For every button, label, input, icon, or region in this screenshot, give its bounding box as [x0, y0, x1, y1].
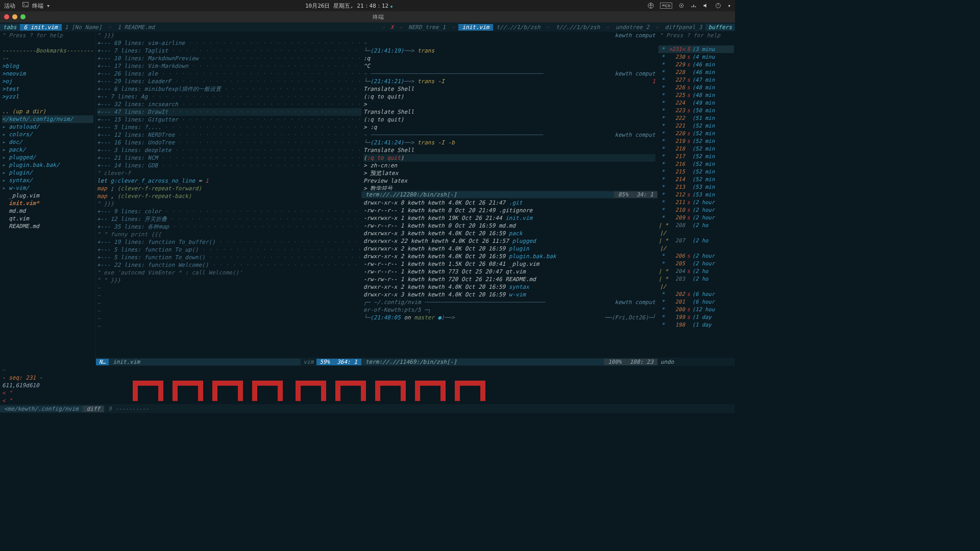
file-item[interactable]: _plug.vim [2, 192, 93, 199]
undo-row[interactable]: *211s (2 hour [658, 198, 734, 206]
fold-line[interactable]: +--- 26 lines: ale · · · · · · · · · · ·… [97, 70, 361, 78]
undo-row[interactable]: *220s (52 min [658, 130, 734, 137]
undo-row[interactable]: *226s (48 min [658, 84, 734, 91]
tab-noname[interactable]: 1 [No Name] [62, 24, 105, 31]
undo-row[interactable]: *206s (2 hour [658, 252, 734, 260]
window-controls[interactable] [4, 14, 26, 19]
fold-line[interactable]: +--- 21 lines: NCM · · · · · · · · · · ·… [97, 154, 361, 162]
fold-line[interactable]: +--- 5 lines: ?.... · · · · · · · · · · … [97, 123, 361, 131]
buf-zsh-1[interactable]: t//.//1/b/zsh [493, 24, 543, 31]
undo-row[interactable]: *214 (52 min [658, 176, 734, 183]
undo-row[interactable]: |/ [658, 283, 734, 290]
undo-row[interactable]: *219s (52 min [658, 137, 734, 145]
diff-panel[interactable]: ~ - seq: 231 - 611,619d610 < "< "< "< " [0, 366, 735, 404]
fold-line[interactable]: +--- 69 lines: vim-airline · · · · · · ·… [97, 39, 361, 47]
undo-row[interactable]: *222 (51 min [658, 114, 734, 122]
fold-line[interactable]: +--- 29 lines: LeaderF · · · · · · · · ·… [97, 78, 361, 85]
network-icon[interactable] [691, 3, 697, 9]
command-line[interactable]: <me/kewth/.config/nvim diff 9 ---------- [0, 404, 735, 413]
undo-row[interactable]: *223s (50 min [658, 107, 734, 114]
undo-row[interactable]: *210s (2 hour [658, 206, 734, 214]
buf-zsh-2[interactable]: t//.//1/b/zsh [553, 24, 603, 31]
fold-line[interactable]: +--- 35 lines: 各种map · · · · · · · · · ·… [97, 223, 361, 231]
tab-readme[interactable]: 1 README.md [114, 24, 158, 31]
undo-row[interactable]: |/ [658, 244, 734, 252]
fold-line[interactable]: +--- 3 lines: deoplete · · · · · · · · ·… [97, 146, 361, 154]
accessibility-icon[interactable] [648, 3, 654, 9]
undo-row[interactable]: | *208 (2 ho [658, 221, 734, 229]
undo-row[interactable]: *218 (52 min [658, 145, 734, 153]
bookmark-test[interactable]: >test [2, 85, 93, 93]
fold-line[interactable]: +--- 12 lines: NERDTree · · · · · · · · … [97, 131, 361, 139]
bookmark-yzzl[interactable]: >yzzl [2, 93, 93, 101]
fold-line[interactable]: +--- 16 lines: UndoTree · · · · · · · · … [97, 139, 361, 146]
undotree-pane[interactable]: " Press ? for help *>231<S (3 minu*230s … [657, 32, 735, 366]
minimize-icon[interactable] [12, 14, 17, 19]
undo-row[interactable]: *225s (48 min [658, 91, 734, 99]
dir-item[interactable]: ▸ pack/ [2, 146, 93, 154]
dir-item[interactable]: ▸ w-vim/ [2, 184, 93, 192]
file-item[interactable]: init.vim* [2, 199, 93, 207]
undo-row[interactable]: *199s (1 day [658, 313, 734, 321]
undo-row[interactable]: *201 (6 hour [658, 298, 734, 306]
close-buffer-icon[interactable]: X [388, 24, 396, 31]
power-icon[interactable] [715, 3, 721, 9]
volume-icon[interactable] [703, 3, 709, 9]
file-item[interactable]: README.md [2, 222, 93, 230]
fold-line[interactable]: +--- 5 lines: function To_up() · · · · ·… [97, 246, 361, 254]
input-method[interactable]: ⌨cn [660, 3, 672, 9]
close-icon[interactable] [4, 14, 9, 19]
undo-row[interactable]: *>231<S (3 minu [658, 45, 734, 53]
undo-row[interactable]: *213 (53 min [658, 183, 734, 191]
dir-item[interactable]: ▸ plugin.bak.bak/ [2, 161, 93, 169]
fold-line[interactable]: +--- 47 lines: DrawIt · · · · · · · · · … [97, 108, 361, 116]
undo-row[interactable]: | *203 (2 ho [658, 275, 734, 283]
dir-item[interactable]: ▸ doc/ [2, 138, 93, 146]
nerd-up-dir[interactable]: .. (up a dir) [2, 108, 93, 115]
undo-row[interactable]: *198 (1 day [658, 321, 734, 329]
undo-row[interactable]: *202s (6 hour [658, 290, 734, 298]
location-icon[interactable] [678, 3, 684, 9]
undo-row[interactable]: | *207 (2 ho [658, 237, 734, 244]
fold-line[interactable]: +--- 6 lines: minibufexpl插件的一般设置 · · · ·… [97, 85, 361, 93]
undo-row[interactable]: |/ [658, 229, 734, 237]
buf-diffpanel[interactable]: diffpanel_3 [662, 24, 705, 31]
dir-item[interactable]: ▸ syntax/ [2, 177, 93, 184]
dir-item[interactable]: ▸ autoload/ [2, 123, 93, 131]
tab-init-vim[interactable]: 6 init.vim [20, 24, 62, 31]
fold-line[interactable]: +-- 7 lines: Ag · · · · · · · · · · · · … [97, 93, 361, 101]
clock[interactable]: 10月26日 星期五, 21：48：12 [50, 2, 648, 10]
fold-line[interactable]: +--- 32 lines: incsearch · · · · · · · ·… [97, 101, 361, 108]
undo-row[interactable]: *200s (12 hou [658, 306, 734, 313]
fold-line[interactable]: +-- 12 lines: 开关折叠 · · · · · · · · · · ·… [97, 215, 361, 223]
undo-row[interactable]: *215 (52 min [658, 168, 734, 176]
fold-line[interactable]: +--- 14 lines: GDB · · · · · · · · · · ·… [97, 162, 361, 169]
undo-row[interactable]: *230s (4 minu [658, 53, 734, 61]
undo-row[interactable]: *212s (53 min [658, 191, 734, 198]
bookmark-neovim[interactable]: >neovim [2, 70, 93, 78]
undo-row[interactable]: *228 (46 min [658, 68, 734, 76]
undo-row[interactable]: *205 (2 hour [658, 260, 734, 267]
undo-row[interactable]: *216 (52 min [658, 160, 734, 168]
undo-row[interactable]: *224 (49 min [658, 99, 734, 107]
file-item[interactable]: qt.vim [2, 215, 93, 222]
terminal-app-indicator[interactable]: 终端 ▾ [22, 2, 50, 10]
buf-nerdtree[interactable]: NERD_tree_1 [405, 24, 449, 31]
activities-button[interactable]: 活动 [4, 2, 15, 10]
undo-row[interactable]: *229s (46 min [658, 61, 734, 68]
code-pane[interactable]: " }}}+--- 69 lines: vim-airline · · · · … [96, 32, 361, 366]
dir-item[interactable]: ▸ plugin/ [2, 169, 93, 177]
fold-line[interactable]: +--- 5 lines: function To_down() · · · ·… [97, 254, 361, 261]
fold-line[interactable]: +--- 19 lines: function To_buffer() · · … [97, 238, 361, 246]
dir-item[interactable]: ▸ plugged/ [2, 154, 93, 161]
buf-undotree[interactable]: undotree_2 [612, 24, 652, 31]
nerdtree-pane[interactable]: " Press ? for help ----------Bookmarks--… [0, 32, 96, 366]
fold-line[interactable]: +--- 15 lines: Gitgutter · · · · · · · ·… [97, 116, 361, 123]
fold-line[interactable]: +--- 22 lines: function Welcome() · · · … [97, 261, 361, 269]
undo-row[interactable]: *209s (2 hour [658, 214, 734, 221]
undo-row[interactable]: *221 (52 min [658, 122, 734, 130]
system-menu-chevron[interactable]: ▾ [727, 3, 731, 9]
fold-line[interactable]: +--- 10 lines: MarkdownPreview · · · · ·… [97, 55, 361, 62]
maximize-icon[interactable] [20, 14, 26, 19]
terminal-lower[interactable]: drwxr-xr-x 8 kewth kewth 4.0K Oct 26 21:… [361, 199, 657, 358]
